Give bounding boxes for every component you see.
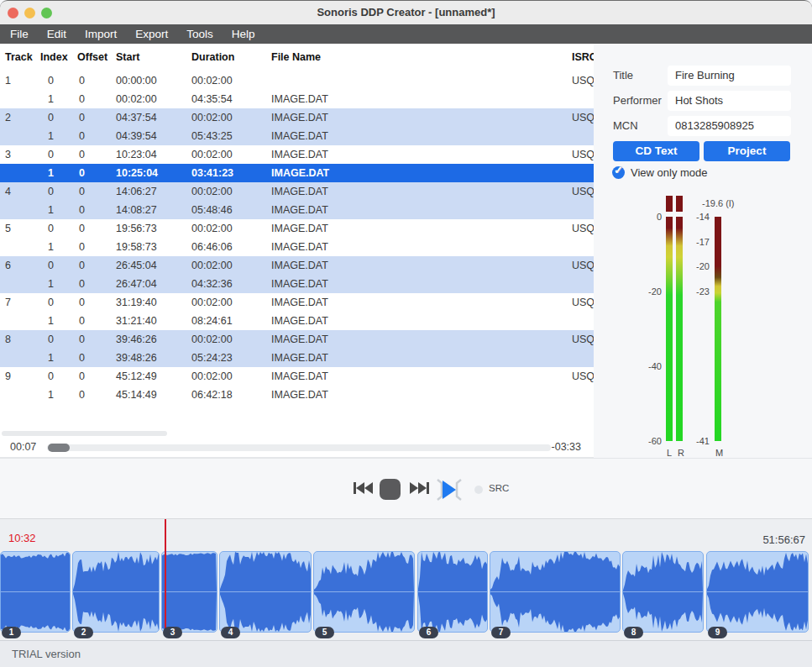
menu-item-file[interactable]: File bbox=[10, 24, 29, 44]
cell-track: 8 bbox=[5, 330, 11, 349]
menu-bar: FileEditImportExportToolsHelp bbox=[0, 24, 812, 44]
waveform-track-block[interactable] bbox=[313, 551, 415, 633]
table-row[interactable]: 60026:45:0400:02:00IMAGE.DATUSQ bbox=[0, 256, 594, 275]
waveform-panel: 10:32 51:56:67 123456789 bbox=[0, 518, 812, 640]
track-number-badge: 7 bbox=[491, 627, 511, 638]
cell-offset: 0 bbox=[79, 90, 85, 108]
column-header-isrc[interactable]: ISRC bbox=[572, 46, 594, 68]
seek-slider[interactable] bbox=[47, 444, 551, 451]
cell-isrc: USQ bbox=[572, 256, 594, 275]
title-field[interactable]: Fire Burning bbox=[668, 66, 791, 86]
clip-indicator-left bbox=[666, 196, 673, 212]
view-only-mode-checkbox[interactable]: View only mode bbox=[612, 166, 708, 181]
performer-field[interactable]: Hot Shots bbox=[668, 91, 791, 111]
cell-offset: 0 bbox=[79, 256, 85, 275]
cell-index: 0 bbox=[48, 330, 54, 349]
project-button[interactable]: Project bbox=[704, 141, 790, 161]
next-track-button[interactable] bbox=[410, 480, 430, 499]
column-header-file-name[interactable]: File Name bbox=[271, 46, 321, 68]
cell-file: IMAGE.DAT bbox=[271, 145, 328, 164]
menu-item-export[interactable]: Export bbox=[135, 24, 168, 44]
table-row[interactable]: 1045:14:4906:42:18IMAGE.DAT bbox=[0, 386, 594, 404]
details-panel: Title Fire Burning Performer Hot Shots M… bbox=[594, 44, 812, 458]
cell-index: 1 bbox=[48, 275, 54, 293]
meter-right bbox=[676, 217, 683, 441]
waveform-track-block[interactable] bbox=[72, 551, 160, 633]
waveform-track-block[interactable] bbox=[490, 551, 621, 633]
mcn-label: MCN bbox=[613, 119, 638, 132]
column-header-offset[interactable]: Offset bbox=[77, 46, 107, 68]
cell-track: 7 bbox=[5, 293, 11, 312]
cell-duration: 00:02:00 bbox=[191, 182, 233, 201]
cell-index: 1 bbox=[48, 127, 54, 145]
horizontal-scrollbar[interactable] bbox=[2, 431, 167, 436]
cell-index: 1 bbox=[48, 312, 54, 330]
play-icon bbox=[435, 475, 464, 504]
column-header-start[interactable]: Start bbox=[116, 46, 139, 68]
play-button[interactable] bbox=[435, 475, 464, 507]
table-row[interactable]: 10000:00:0000:02:00USQ bbox=[0, 71, 594, 90]
cell-track: 3 bbox=[5, 145, 11, 164]
playhead-time-label: 10:32 bbox=[8, 532, 36, 544]
cell-index: 0 bbox=[48, 367, 54, 386]
table-row[interactable]: 50019:56:7300:02:00IMAGE.DATUSQ bbox=[0, 219, 594, 238]
table-row[interactable]: 80039:46:2600:02:00IMAGE.DATUSQ bbox=[0, 330, 594, 349]
cell-duration: 00:02:00 bbox=[191, 219, 233, 238]
previous-track-button[interactable] bbox=[353, 480, 373, 499]
cell-offset: 0 bbox=[79, 293, 85, 312]
cell-start: 19:58:73 bbox=[116, 238, 157, 256]
cell-isrc: USQ bbox=[572, 108, 594, 127]
title-bar: Sonoris DDP Creator - [unnamed*] bbox=[0, 0, 812, 24]
menu-item-import[interactable]: Import bbox=[85, 24, 117, 44]
column-header-index[interactable]: Index bbox=[40, 46, 68, 68]
table-row[interactable]: 1004:39:5405:43:25IMAGE.DAT bbox=[0, 127, 594, 145]
table-row[interactable]: 1014:08:2705:48:46IMAGE.DAT bbox=[0, 201, 594, 219]
playhead-cursor[interactable] bbox=[165, 519, 166, 636]
waveform-track-block[interactable] bbox=[219, 551, 312, 633]
waveform-track-block[interactable] bbox=[161, 551, 217, 633]
table-row[interactable]: 90045:12:4900:02:00IMAGE.DATUSQ bbox=[0, 367, 594, 386]
cell-file: IMAGE.DAT bbox=[271, 330, 328, 349]
cell-start: 26:45:04 bbox=[116, 256, 157, 275]
table-row[interactable]: 1019:58:7306:46:06IMAGE.DAT bbox=[0, 238, 594, 256]
cell-offset: 0 bbox=[79, 127, 85, 145]
cell-index: 0 bbox=[48, 145, 54, 164]
m-scale-tick: -17 bbox=[684, 237, 710, 247]
cell-file: IMAGE.DAT bbox=[271, 275, 328, 293]
table-row[interactable]: 1000:02:0004:35:54IMAGE.DAT bbox=[0, 90, 594, 108]
cell-file: IMAGE.DAT bbox=[271, 108, 328, 127]
cell-duration: 05:24:23 bbox=[191, 349, 233, 367]
transport-bar: SRC bbox=[0, 458, 812, 518]
waveform-track-block[interactable] bbox=[0, 551, 71, 633]
column-header-duration[interactable]: Duration bbox=[191, 46, 234, 68]
menu-item-tools[interactable]: Tools bbox=[186, 24, 213, 44]
next-track-icon bbox=[410, 480, 430, 496]
cd-text-button[interactable]: CD Text bbox=[613, 141, 699, 161]
menu-item-help[interactable]: Help bbox=[232, 24, 255, 44]
menu-item-edit[interactable]: Edit bbox=[47, 24, 66, 44]
channel-label-r: R bbox=[678, 448, 684, 458]
column-header-track[interactable]: Track bbox=[5, 46, 33, 68]
table-row[interactable]: 30010:23:0400:02:00IMAGE.DATUSQ bbox=[0, 145, 594, 164]
table-row[interactable]: 70031:19:4000:02:00IMAGE.DATUSQ bbox=[0, 293, 594, 312]
cell-index: 0 bbox=[48, 293, 54, 312]
waveform-track-block[interactable] bbox=[706, 551, 809, 633]
table-row[interactable]: 1010:25:0403:41:23IMAGE.DAT bbox=[0, 164, 594, 182]
table-row[interactable]: 1026:47:0404:32:36IMAGE.DAT bbox=[0, 275, 594, 293]
waveform-track-block[interactable] bbox=[622, 551, 704, 633]
table-row[interactable]: 1039:48:2605:24:23IMAGE.DAT bbox=[0, 349, 594, 367]
lr-scale-tick: 0 bbox=[637, 212, 662, 222]
table-row[interactable]: 40014:06:2700:02:00IMAGE.DATUSQ bbox=[0, 182, 594, 201]
seek-slider-thumb[interactable] bbox=[48, 444, 70, 452]
cell-file: IMAGE.DAT bbox=[271, 238, 328, 256]
cell-start: 04:37:54 bbox=[116, 108, 157, 127]
mcn-field[interactable]: 0813285908925 bbox=[668, 116, 791, 136]
cell-start: 14:08:27 bbox=[116, 201, 157, 219]
table-row[interactable]: 1031:21:4008:24:61IMAGE.DAT bbox=[0, 312, 594, 330]
table-row[interactable]: 20004:37:5400:02:00IMAGE.DATUSQ bbox=[0, 108, 594, 127]
track-number-badge: 8 bbox=[624, 627, 643, 638]
src-indicator[interactable] bbox=[474, 486, 483, 494]
stop-button[interactable] bbox=[380, 479, 401, 500]
cell-duration: 00:02:00 bbox=[191, 256, 233, 275]
waveform-track-block[interactable] bbox=[417, 551, 488, 633]
